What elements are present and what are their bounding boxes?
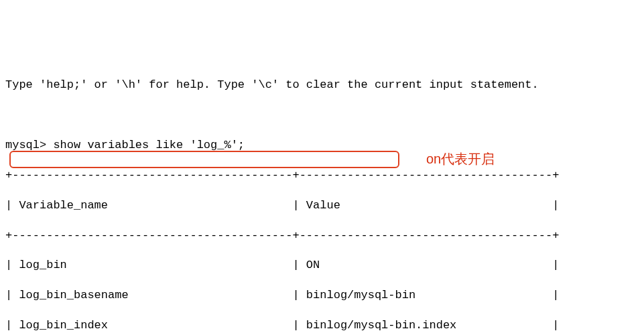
table-border-mid: +---------------------------------------… [5, 228, 639, 243]
mysql-prompt-query: mysql> show variables like 'log_%'; [5, 138, 639, 153]
terminal-output: Type 'help;' or '\h' for help. Type '\c'… [5, 63, 639, 335]
table-border-top: +---------------------------------------… [5, 168, 639, 183]
highlight-log-bin-row [9, 151, 399, 168]
table-row: | log_bin_basename | binlog/mysql-bin | [5, 288, 639, 303]
table-row: | log_bin | ON | [5, 258, 639, 273]
help-text: Type 'help;' or '\h' for help. Type '\c'… [5, 78, 639, 92]
table-row: | log_bin_index | binlog/mysql-bin.index… [5, 318, 639, 333]
table-header: | Variable_name | Value | [5, 198, 639, 213]
blank-line [5, 108, 639, 123]
